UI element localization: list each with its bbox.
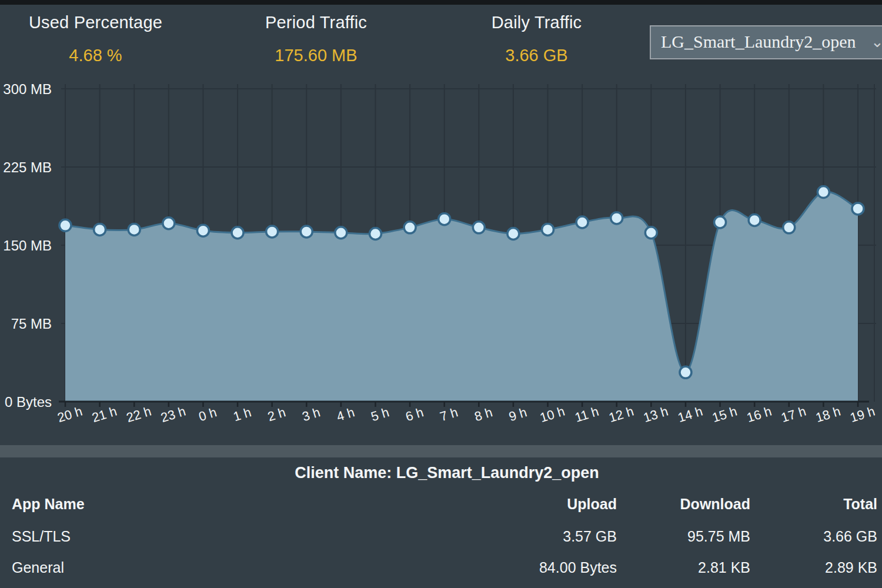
x-axis-label: 9 h (507, 405, 529, 424)
data-point-1h[interactable] (232, 227, 243, 239)
client-name-title: Client Name: LG_Smart_Laundry2_open (0, 464, 882, 482)
data-point-16h[interactable] (749, 214, 760, 226)
data-point-17h[interactable] (783, 222, 795, 233)
data-point-19h[interactable] (852, 203, 864, 215)
data-point-23h[interactable] (163, 218, 175, 229)
app-name-cell: SSL/TLS (12, 528, 71, 545)
data-point-5h[interactable] (369, 228, 381, 239)
y-axis-label: 300 MB (3, 81, 52, 97)
data-point-14h[interactable] (680, 366, 691, 378)
x-axis-label: 1 h (232, 405, 253, 424)
x-axis-label: 17 h (779, 404, 807, 425)
download-cell: 2.81 KB (698, 559, 750, 576)
upload-cell: 84.00 Bytes (539, 559, 617, 576)
x-axis-label: 14 h (676, 404, 704, 425)
data-point-4h[interactable] (335, 227, 347, 239)
data-point-9h[interactable] (507, 228, 519, 239)
x-axis-label: 6 h (404, 405, 426, 424)
total-cell: 2.89 KB (825, 559, 877, 576)
x-axis-label: 8 h (473, 405, 495, 424)
x-axis-label: 10 h (538, 404, 566, 425)
table-row: General 84.00 Bytes 2.81 KB 2.89 KB (0, 559, 882, 583)
x-axis-label: 5 h (369, 405, 391, 424)
data-point-7h[interactable] (439, 213, 450, 225)
app-table-header-row: App Name Upload Download Total (0, 496, 882, 519)
x-axis-label: 13 h (642, 404, 670, 425)
table-row: SSL/TLS 3.57 GB 95.75 MB 3.66 GB (0, 528, 882, 552)
data-point-10h[interactable] (542, 223, 554, 235)
section-divider (0, 445, 882, 457)
x-axis-label: 2 h (266, 405, 288, 424)
column-header-download: Download (680, 496, 750, 513)
y-axis-label: 0 Bytes (5, 394, 52, 410)
app-name-cell: General (12, 559, 64, 576)
x-axis-label: 16 h (745, 404, 773, 425)
x-axis-label: 19 h (848, 404, 877, 425)
data-point-13h[interactable] (645, 227, 657, 239)
data-point-20h[interactable] (59, 219, 71, 231)
data-point-8h[interactable] (473, 222, 485, 233)
total-cell: 3.66 GB (823, 528, 877, 545)
data-point-0h[interactable] (197, 225, 209, 236)
x-axis-label: 0 h (197, 405, 219, 424)
x-axis-label: 12 h (607, 404, 635, 425)
data-point-6h[interactable] (404, 222, 416, 233)
column-header-app-name: App Name (12, 496, 85, 513)
data-point-22h[interactable] (128, 223, 140, 235)
y-axis-label: 75 MB (11, 316, 52, 332)
data-point-12h[interactable] (611, 212, 623, 224)
y-axis-label: 150 MB (3, 238, 52, 253)
upload-cell: 3.57 GB (563, 528, 617, 545)
x-axis-label: 15 h (710, 404, 739, 425)
data-point-2h[interactable] (266, 226, 278, 238)
x-axis-label: 21 h (90, 404, 118, 425)
x-axis-label: 11 h (573, 404, 601, 425)
x-axis-label: 7 h (438, 405, 460, 424)
x-axis-label: 3 h (300, 405, 322, 424)
x-axis-label: 4 h (335, 405, 356, 424)
data-point-21h[interactable] (94, 223, 106, 235)
x-axis-label: 22 h (125, 404, 153, 425)
x-axis-label: 23 h (159, 404, 188, 425)
column-header-upload: Upload (567, 496, 617, 513)
data-point-18h[interactable] (817, 186, 829, 198)
x-axis-label: 20 h (56, 404, 84, 425)
download-cell: 95.75 MB (687, 528, 750, 545)
traffic-area-chart: 0 Bytes75 MB150 MB225 MB300 MB20 h21 h22… (0, 0, 882, 447)
y-axis-label: 225 MB (3, 159, 52, 175)
x-axis-label: 18 h (814, 404, 842, 425)
data-point-3h[interactable] (300, 226, 312, 238)
column-header-total: Total (843, 496, 877, 513)
data-point-11h[interactable] (576, 216, 588, 228)
data-point-15h[interactable] (714, 216, 726, 228)
